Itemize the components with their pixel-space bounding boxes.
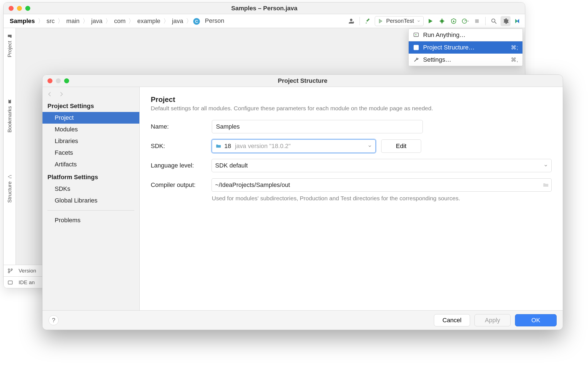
breadcrumb-sep: 〉 <box>163 17 169 25</box>
svg-marker-14 <box>517 19 519 23</box>
sidebar-item-artifacts[interactable]: Artifacts <box>42 159 139 170</box>
project-structure-dialog: Project Structure Project Settings Proje… <box>42 74 563 330</box>
sidebar-section-project-settings: Project Settings <box>42 99 139 112</box>
sdk-label: SDK: <box>151 142 212 150</box>
name-label: Name: <box>151 123 212 130</box>
settings-popup-menu: Run Anything… Project Structure… ⌘; Sett… <box>408 29 523 66</box>
browse-folder-icon[interactable] <box>542 182 549 188</box>
project-structure-icon <box>413 44 419 51</box>
breadcrumb-sep: 〉 <box>128 17 134 25</box>
stop-icon[interactable] <box>472 16 482 26</box>
profile-icon[interactable] <box>460 16 470 26</box>
main-toolbar: Samples 〉 src 〉 main 〉 java 〉 com 〉 exam… <box>4 14 525 28</box>
nav-forward-icon[interactable] <box>58 91 65 98</box>
svg-point-22 <box>8 176 9 177</box>
debug-icon[interactable] <box>437 16 447 26</box>
tool-window-bookmarks[interactable]: Bookmarks <box>7 99 13 132</box>
breadcrumb: Samples 〉 src 〉 main 〉 java 〉 com 〉 exam… <box>6 16 226 26</box>
svg-point-3 <box>440 19 444 23</box>
menu-run-anything[interactable]: Run Anything… <box>409 29 522 41</box>
chevron-down-icon <box>368 144 372 148</box>
nav-back-icon[interactable] <box>46 91 53 98</box>
zoom-window-button[interactable] <box>25 6 30 11</box>
dialog-close-button[interactable] <box>47 78 52 83</box>
build-icon[interactable] <box>363 16 373 26</box>
sidebar-section-platform-settings: Platform Settings <box>42 170 139 183</box>
sidebar-item-global-libraries[interactable]: Global Libraries <box>42 195 139 206</box>
compiler-output-field[interactable]: ~/IdeaProjects/Samples/out <box>212 178 552 192</box>
sdk-combo[interactable]: 18 java version "18.0.2" <box>212 139 376 153</box>
breadcrumb-sep: 〉 <box>38 17 44 25</box>
cancel-button[interactable]: Cancel <box>434 314 470 326</box>
dialog-minimize-button <box>56 78 61 83</box>
svg-marker-16 <box>415 34 417 35</box>
wrench-icon <box>413 57 419 63</box>
tool-window-label: Project <box>7 41 13 57</box>
breadcrumb-item[interactable]: example <box>135 16 162 26</box>
breadcrumb-sep: 〉 <box>186 17 192 25</box>
menu-label: Project Structure… <box>423 44 475 51</box>
run-config-icon <box>378 18 383 24</box>
gear-icon[interactable] <box>501 16 511 26</box>
breadcrumb-item[interactable]: java <box>90 16 104 26</box>
run-config-combo[interactable]: PersonTest <box>375 16 424 26</box>
menu-label: Settings… <box>423 56 451 63</box>
run-icon[interactable] <box>425 16 435 26</box>
breadcrumb-leaf[interactable]: C Person <box>193 17 226 24</box>
menu-settings[interactable]: Settings… ⌘, <box>409 54 522 66</box>
bookmark-icon <box>7 99 12 104</box>
breadcrumb-root[interactable]: Samples <box>8 16 37 26</box>
breadcrumb-item[interactable]: src <box>45 16 56 26</box>
sidebar-item-problems[interactable]: Problems <box>42 214 139 226</box>
apply-button[interactable]: Apply <box>474 314 511 326</box>
ok-button[interactable]: OK <box>515 314 557 326</box>
search-icon[interactable] <box>489 16 499 26</box>
breadcrumb-sep: 〉 <box>82 17 89 25</box>
tool-window-project[interactable]: Project <box>7 34 13 57</box>
tool-window-structure[interactable]: Structure <box>7 174 13 203</box>
compiler-output-label: Compiler output: <box>151 181 212 189</box>
vcs-user-icon[interactable] <box>346 16 356 26</box>
svg-rect-18 <box>415 46 416 48</box>
svg-line-12 <box>495 22 496 24</box>
window-controls <box>9 6 30 11</box>
dialog-footer: ? Cancel Apply OK <box>42 310 563 330</box>
code-with-me-icon[interactable] <box>512 16 522 26</box>
titlebar: Samples – Person.java <box>4 2 525 14</box>
sidebar-item-libraries[interactable]: Libraries <box>42 135 139 147</box>
sidebar-item-sdks[interactable]: SDKs <box>42 183 139 195</box>
status-text[interactable]: IDE an <box>19 279 35 286</box>
menu-shortcut: ⌘; <box>511 44 518 51</box>
menu-shortcut: ⌘, <box>511 56 518 63</box>
breadcrumb-item: Person <box>203 16 226 25</box>
project-name-input[interactable] <box>212 120 423 133</box>
svg-point-23 <box>8 269 10 270</box>
folder-icon <box>7 34 12 39</box>
close-window-button[interactable] <box>9 6 14 11</box>
panel-icon <box>7 280 13 285</box>
svg-rect-26 <box>8 281 12 284</box>
branch-icon <box>7 268 13 274</box>
tool-window-stripe-left: Project Bookmarks Structure <box>4 28 16 265</box>
help-button[interactable]: ? <box>49 315 59 325</box>
structure-icon <box>7 174 12 179</box>
sidebar-item-facets[interactable]: Facets <box>42 147 139 159</box>
menu-project-structure[interactable]: Project Structure… ⌘; <box>409 41 522 54</box>
svg-marker-8 <box>453 20 455 22</box>
minimize-window-button[interactable] <box>17 6 22 11</box>
dialog-zoom-button[interactable] <box>64 78 69 83</box>
language-level-combo[interactable]: SDK default <box>212 159 552 172</box>
sdk-edit-button[interactable]: Edit <box>381 139 421 153</box>
dialog-nav <box>42 89 139 99</box>
sidebar-item-project[interactable]: Project <box>42 112 139 124</box>
sidebar-item-modules[interactable]: Modules <box>42 124 139 135</box>
breadcrumb-item[interactable]: java <box>170 16 185 26</box>
breadcrumb-item[interactable]: main <box>65 16 81 26</box>
sdk-folder-icon <box>215 143 222 149</box>
breadcrumb-item[interactable]: com <box>112 16 127 26</box>
coverage-icon[interactable] <box>449 16 459 26</box>
dialog-form: Project Default settings for all modules… <box>140 87 563 310</box>
status-text[interactable]: Version <box>19 268 36 274</box>
class-icon: C <box>193 18 200 25</box>
sdk-version-detail: java version "18.0.2" <box>235 142 290 150</box>
